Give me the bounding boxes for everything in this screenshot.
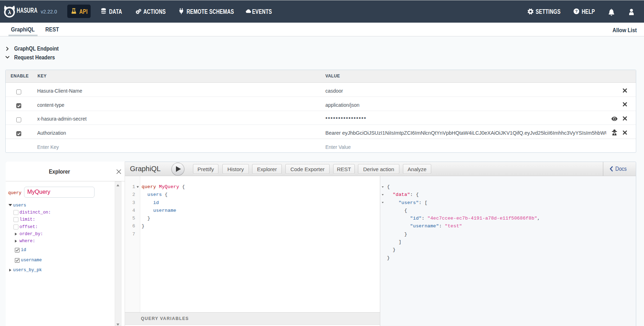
svg-text:?: ? <box>575 9 577 13</box>
svg-text:λ: λ <box>8 9 11 15</box>
